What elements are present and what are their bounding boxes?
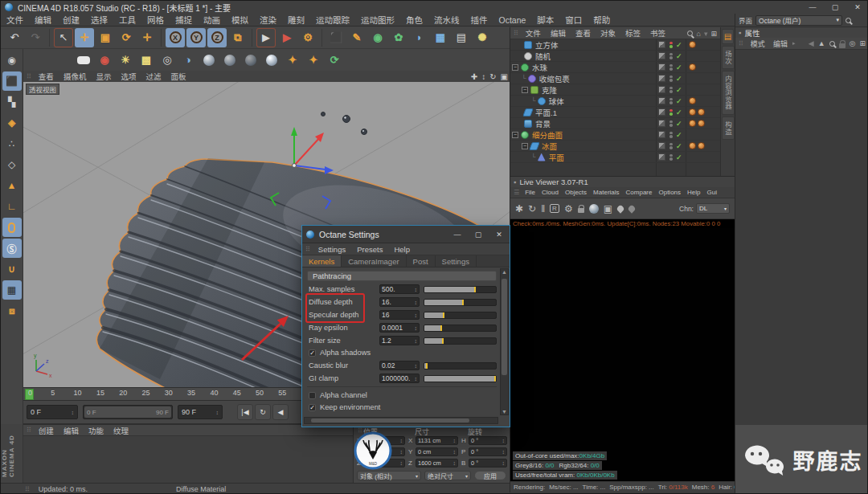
pick-material-icon[interactable]: [616, 204, 624, 213]
tab-structure[interactable]: 构造: [722, 116, 735, 140]
tab-post[interactable]: Post: [407, 255, 436, 267]
menu-item[interactable]: 帮助: [588, 14, 616, 26]
om-menu-item[interactable]: 标签: [620, 27, 645, 39]
tree-row[interactable]: 随机 ✓: [510, 51, 720, 62]
enabled-check-icon[interactable]: ✓: [676, 153, 682, 161]
region-render-icon[interactable]: R: [550, 204, 559, 213]
layer-chip[interactable]: [658, 52, 665, 59]
octane-settings-dialog[interactable]: Octane Settings — ▢ ✕ ⠿ Settings Presets…: [302, 226, 510, 427]
attr-menu-edit[interactable]: 编辑: [770, 39, 791, 49]
rotate-tool-icon[interactable]: ⟳: [117, 28, 136, 47]
viewport-menu-item[interactable]: 选项: [116, 71, 141, 82]
frame-range-slider[interactable]: 0 F90 F: [83, 405, 173, 419]
coord-mode-dropdown[interactable]: 对象 (相对)▾: [357, 471, 421, 480]
panel-icon[interactable]: ⊞: [710, 30, 717, 38]
material-preview-icon[interactable]: [589, 204, 599, 214]
more-icon[interactable]: ▸: [792, 40, 796, 47]
dlg-menu-presets[interactable]: Presets: [351, 245, 388, 254]
magnet-snap-icon[interactable]: ∪: [2, 259, 22, 279]
last-tool-icon[interactable]: ✛: [137, 28, 157, 47]
enabled-check-icon[interactable]: ✓: [676, 86, 682, 94]
workplane-mode-icon[interactable]: ◈: [2, 113, 22, 133]
kernel-type-dropdown[interactable]: Pathtracing: [307, 271, 497, 281]
viewport-menu-item[interactable]: 摄像机: [59, 71, 92, 82]
texture-tags[interactable]: [689, 63, 698, 71]
octane-target-light-icon[interactable]: ◎: [158, 51, 177, 70]
octane-daylight-icon[interactable]: ☀: [116, 51, 135, 70]
axis-mode-icon[interactable]: ∟: [2, 197, 22, 216]
lv-menu-item[interactable]: Cloud: [538, 189, 562, 196]
octane-diffuse-material-icon[interactable]: [199, 51, 219, 70]
menu-item[interactable]: 流水线: [428, 14, 465, 26]
enabled-check-icon[interactable]: ✓: [676, 131, 682, 139]
rotate-view-icon[interactable]: ↻: [489, 72, 496, 81]
lock-resolution-icon[interactable]: [578, 208, 584, 213]
menu-item[interactable]: 捕捉: [170, 14, 198, 26]
specular-depth-slider[interactable]: [424, 312, 497, 319]
snap-icon[interactable]: Ⓢ: [2, 239, 22, 258]
texture-tags[interactable]: [689, 120, 706, 127]
tab-objects-icon[interactable]: ▤: [722, 29, 734, 44]
lv-menu-item[interactable]: File: [522, 189, 538, 196]
live-selection-icon[interactable]: ↖: [54, 28, 73, 47]
tab-content-browser[interactable]: 内容浏览器: [722, 71, 735, 115]
octane-fan-icon[interactable]: ✱: [515, 203, 523, 214]
tree-row-selected[interactable]: └ 平面 ✓: [510, 152, 720, 163]
tab-cameraimager[interactable]: CameraImager: [342, 255, 406, 267]
layer-chip[interactable]: [658, 41, 665, 48]
lock-icon[interactable]: [839, 43, 845, 48]
enabled-check-icon[interactable]: ✓: [676, 97, 682, 105]
filter-icon[interactable]: ▾: [704, 30, 708, 38]
polygons-mode-icon[interactable]: ▲: [2, 176, 22, 195]
tab-settings[interactable]: Settings: [436, 255, 477, 267]
rotation-p-field[interactable]: 0 °↕: [469, 447, 507, 456]
attr-menu-mode[interactable]: 模式: [747, 39, 768, 49]
lock-x-axis-icon[interactable]: X: [166, 28, 185, 47]
points-mode-icon[interactable]: ∴: [2, 134, 22, 153]
collapse-toggle-icon[interactable]: −: [522, 87, 528, 93]
collapse-toggle-icon[interactable]: −: [512, 64, 518, 71]
pan-view-icon[interactable]: ✚: [471, 72, 477, 81]
dialog-minimize-button[interactable]: —: [447, 226, 468, 243]
layer-chip[interactable]: [658, 153, 665, 161]
pick-focus-icon[interactable]: [627, 204, 636, 213]
octane-arealight-icon[interactable]: ▩: [137, 51, 156, 70]
om-menu-item[interactable]: 查看: [571, 27, 596, 39]
viewport-menu-item[interactable]: 查看: [34, 71, 59, 82]
menu-item[interactable]: 动画: [198, 14, 226, 26]
visibility-dots[interactable]: [669, 52, 673, 60]
lock-y-axis-icon[interactable]: Y: [186, 28, 206, 47]
tree-row[interactable]: − 克隆 ✓: [510, 84, 720, 96]
filter-size-field[interactable]: 1.2↕: [379, 336, 420, 345]
tree-row[interactable]: └ 收缩包裹 ✓: [510, 73, 720, 84]
add-light-icon[interactable]: ✺: [473, 28, 492, 47]
alpha-shadows-checkbox[interactable]: ✓: [309, 349, 316, 357]
octane-specular-material-icon[interactable]: [241, 51, 260, 70]
viewport-menu-item[interactable]: 显示: [91, 71, 116, 82]
render-settings-icon[interactable]: ⚙: [298, 28, 317, 47]
close-button[interactable]: ✕: [846, 1, 868, 14]
enabled-check-icon[interactable]: ✓: [676, 120, 682, 128]
goto-start-button[interactable]: |◀: [237, 404, 253, 420]
lv-menu-item[interactable]: Objects: [562, 189, 590, 196]
menu-item[interactable]: 脚本: [531, 14, 559, 26]
octane-render-icon[interactable]: ◉: [95, 51, 114, 70]
octane-convert-icon[interactable]: ⟳: [325, 51, 344, 70]
add-spline-icon[interactable]: ✎: [347, 28, 366, 47]
octane-emitter2-icon[interactable]: ✦: [304, 51, 323, 70]
dlg-menu-settings[interactable]: Settings: [313, 245, 351, 254]
menu-item[interactable]: 雕刻: [282, 14, 310, 26]
lv-menu-item[interactable]: Help: [684, 189, 703, 196]
channel-dropdown[interactable]: DL▾: [696, 203, 730, 214]
alpha-channel-checkbox[interactable]: [309, 392, 316, 399]
dialog-maximize-button[interactable]: ▢: [468, 226, 489, 243]
texture-tags[interactable]: [689, 97, 698, 104]
layer-chip[interactable]: [658, 142, 665, 149]
visibility-dots[interactable]: [669, 75, 673, 83]
layout-dropdown[interactable]: Octane (用户)▾: [755, 15, 842, 26]
panel-icon[interactable]: ⊞: [859, 39, 866, 47]
add-mograph-icon[interactable]: ✿: [389, 28, 408, 47]
enabled-check-icon[interactable]: ✓: [676, 75, 682, 83]
add-camera-icon[interactable]: ▤: [452, 28, 471, 47]
pause-render-icon[interactable]: ‖: [541, 203, 545, 214]
